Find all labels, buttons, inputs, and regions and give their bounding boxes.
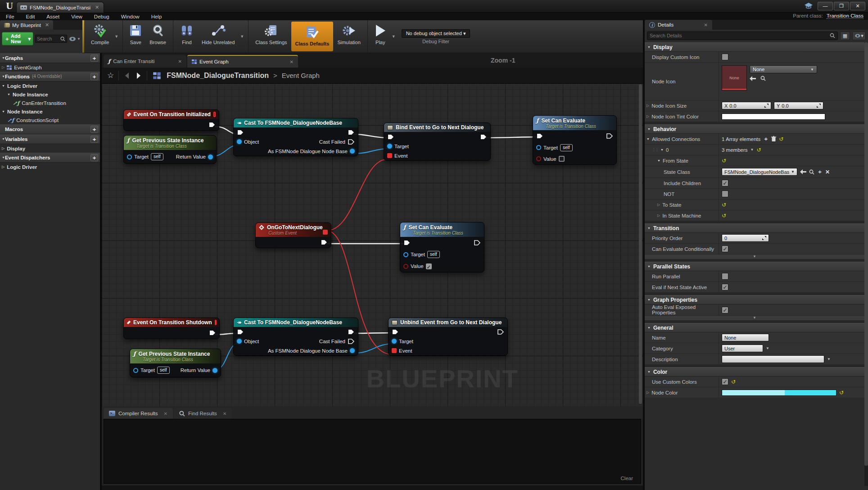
description-field[interactable] xyxy=(722,355,824,363)
section-color[interactable]: ▼Color xyxy=(645,367,864,377)
graph-vertical-scrollbar[interactable] xyxy=(639,84,642,405)
breadcrumb-root[interactable]: FSMNode_DialogueTransition xyxy=(167,72,269,80)
cast-failed-pin[interactable] xyxy=(348,139,355,145)
add-function-button[interactable]: ＋ xyxy=(90,73,98,80)
add-new-button[interactable]: ＋ Add New ▾ xyxy=(2,32,33,45)
my-blueprint-search[interactable] xyxy=(35,35,67,43)
minimize-button[interactable]: — xyxy=(818,2,833,10)
reset-to-default-icon[interactable]: ↺ xyxy=(839,390,844,395)
tab-event-graph[interactable]: Event Graph ✕ xyxy=(187,55,298,68)
sidebar-item-can-enter-transition[interactable]: ↗ƒ CanEnterTransition xyxy=(0,99,100,107)
value-pin[interactable] xyxy=(536,156,541,161)
node-get-previous-state-instance-2[interactable]: ƒGet Previous State Instance Target is T… xyxy=(130,349,221,377)
section-transition[interactable]: ▼Transition xyxy=(645,223,864,233)
target-pin[interactable] xyxy=(133,368,138,373)
node-bind-event-to-go-to-next-dialogue[interactable]: Bind Event to Go to Next Dialogue Target… xyxy=(384,122,491,161)
close-tab-icon[interactable]: ✕ xyxy=(704,23,708,27)
close-tab-icon[interactable]: ✕ xyxy=(290,59,294,64)
use-selected-asset-icon[interactable] xyxy=(750,76,756,81)
prop-from-state[interactable]: ▼From State xyxy=(645,155,719,166)
category-field[interactable]: User xyxy=(722,345,763,352)
reset-to-default-icon[interactable]: ↺ xyxy=(722,158,726,163)
exec-in-pin[interactable] xyxy=(536,133,543,139)
expand-arrow-icon[interactable]: ▷ xyxy=(2,165,5,169)
add-graph-button[interactable]: ＋ xyxy=(90,54,98,62)
collapse-arrow-icon[interactable]: ▼ xyxy=(2,110,5,113)
collapse-arrow-icon[interactable]: ▼ xyxy=(2,75,5,78)
sidebar-section-functions[interactable]: ▼ Functions (4 Overridable) ＋ xyxy=(0,72,100,82)
prop-allowed-connections[interactable]: ▼Allowed Connections xyxy=(645,134,719,144)
tab-find-results[interactable]: Find Results ✕ xyxy=(174,408,232,419)
menu-edit[interactable]: Edit xyxy=(20,14,41,19)
can-evaluate-conditionally-checkbox[interactable]: ✓ xyxy=(722,245,728,252)
class-settings-button[interactable]: Class Settings xyxy=(251,20,291,53)
advanced-expander[interactable]: ▼ xyxy=(645,254,864,259)
use-custom-colors-checkbox[interactable]: ✓ xyxy=(722,378,728,385)
graph-viewport[interactable]: ☆ FSMNode_DialogueTransition > Event Gra… xyxy=(102,68,643,407)
prop-node-color[interactable]: ▷Node Color xyxy=(645,387,719,398)
node-cast-to-fsmnode-dialoguenodebase-1[interactable]: ↠Cast To FSMNode_DialogueNodeBase Object… xyxy=(233,118,358,156)
simulation-button[interactable]: Simulation xyxy=(333,20,364,53)
close-tab-icon[interactable]: ✕ xyxy=(223,411,226,416)
sidebar-category-node-instance[interactable]: ▼ Node Instance xyxy=(0,90,100,99)
restore-button[interactable]: ❐ xyxy=(834,2,849,10)
section-general[interactable]: ▼General xyxy=(645,323,864,332)
expand-arrow-icon[interactable]: ▷ xyxy=(2,65,5,69)
reset-to-default-icon[interactable]: ↺ xyxy=(722,213,726,218)
prop-node-icon-tint[interactable]: ▷Node Icon Tint Color xyxy=(645,111,719,122)
details-view-options-button[interactable]: ▾ xyxy=(852,32,866,40)
reset-to-default-icon[interactable]: ↺ xyxy=(779,136,783,142)
sidebar-category-display[interactable]: ▷ Display xyxy=(0,144,100,153)
details-search-input[interactable] xyxy=(650,33,830,38)
compile-button[interactable]: Compile xyxy=(87,20,113,53)
tutorial-cap-icon[interactable] xyxy=(804,2,813,11)
close-tab-icon[interactable]: ✕ xyxy=(178,59,182,64)
close-button[interactable]: ✕ xyxy=(850,2,865,10)
breadcrumb-leaf[interactable]: Event Graph xyxy=(282,72,320,79)
cast-failed-pin[interactable] xyxy=(348,338,355,345)
collapse-arrow-icon[interactable]: ▼ xyxy=(2,56,5,59)
play-button[interactable]: Play xyxy=(371,20,390,53)
browse-button[interactable]: Browse xyxy=(145,20,170,53)
node-color-swatch[interactable] xyxy=(722,390,836,396)
section-behavior[interactable]: ▼Behavior xyxy=(645,124,864,134)
class-defaults-button[interactable]: Class Defaults xyxy=(291,22,334,51)
node-icon-tint-swatch[interactable] xyxy=(722,113,825,120)
collapse-arrow-icon[interactable]: ▼ xyxy=(7,93,10,96)
object-pin[interactable] xyxy=(237,139,242,144)
exec-out-pin[interactable] xyxy=(606,133,613,139)
forward-arrow-icon[interactable] xyxy=(135,72,142,79)
exec-out-pin[interactable] xyxy=(348,329,355,335)
menu-debug[interactable]: Debug xyxy=(88,14,115,19)
details-search[interactable] xyxy=(647,32,838,40)
exec-in-pin[interactable] xyxy=(237,329,244,335)
sidebar-category-logic-driver-2[interactable]: ▷ Logic Driver xyxy=(0,163,100,171)
value-checkbox[interactable]: ✓ xyxy=(426,263,432,269)
target-pin[interactable] xyxy=(127,154,132,159)
close-tab-icon[interactable]: ✕ xyxy=(164,411,167,416)
node-get-previous-state-instance-1[interactable]: ƒGet Previous State Instance Target is T… xyxy=(123,135,217,164)
sidebar-category-node-instance-2[interactable]: ▼ Node Instance xyxy=(0,107,100,116)
node-unbind-event-from-go-to-next-dialogue[interactable]: Unbind Event from Go to Next Dialogue Ta… xyxy=(388,318,508,356)
details-tab[interactable]: i Details ✕ xyxy=(645,20,712,30)
visibility-filter-button[interactable]: ▼ xyxy=(69,36,81,41)
node-icon-size-x-field[interactable]: X0.0 xyxy=(722,102,771,109)
tab-compiler-results[interactable]: >_ Compiler Results ✕ xyxy=(104,408,173,419)
sidebar-item-construction-script[interactable]: ↗ƒ ConstructionScript xyxy=(0,116,100,124)
sidebar-section-variables[interactable]: ▼ Variables ＋ xyxy=(0,134,100,144)
exec-out-pin[interactable] xyxy=(474,240,481,246)
node-event-on-transition-initialized[interactable]: Event On Transition Initialized xyxy=(123,109,219,131)
state-class-dropdown[interactable]: FSMNode_DialogueNodeBase▼ xyxy=(722,168,797,176)
exec-out-pin[interactable] xyxy=(321,239,328,245)
reset-to-default-icon[interactable]: ↺ xyxy=(756,147,761,153)
trash-icon[interactable] xyxy=(771,136,776,142)
value-checkbox[interactable] xyxy=(559,156,565,162)
exec-out-pin[interactable] xyxy=(480,134,487,140)
node-icon-dropdown[interactable]: None▼ xyxy=(750,65,817,73)
display-custom-icon-checkbox[interactable] xyxy=(722,54,728,60)
auto-eval-exposed-properties-checkbox[interactable]: ✓ xyxy=(722,307,728,313)
menu-asset[interactable]: Asset xyxy=(41,14,65,19)
hide-unrelated-button[interactable]: Hide Unrelated xyxy=(198,20,239,53)
play-options-caret-icon[interactable]: ▼ xyxy=(390,34,397,39)
target-pin[interactable] xyxy=(387,144,392,149)
